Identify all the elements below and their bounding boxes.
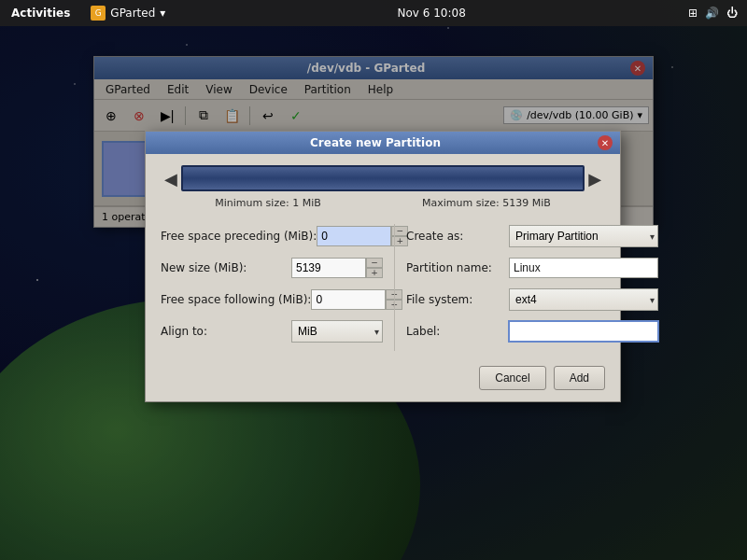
activities-button[interactable]: Activities — [0, 0, 81, 26]
dialog-buttons: Cancel Add — [146, 360, 620, 401]
taskbar-app-name: GParted — [110, 7, 155, 20]
create-as-select-wrap: Primary Partition Extended Partition Log… — [509, 225, 658, 247]
partition-bar-right-arrow[interactable]: ▶ — [588, 169, 601, 189]
dialog-close-button[interactable]: ✕ — [598, 135, 613, 150]
free-space-following-row: Free space following (MiB): − + — [161, 287, 383, 312]
label-label: Label: — [406, 325, 509, 338]
free-space-following-label: Free space following (MiB): — [161, 293, 311, 306]
partition-bar-left-arrow[interactable]: ◀ — [164, 169, 177, 189]
new-size-input[interactable] — [291, 258, 366, 278]
create-as-row: Create as: Primary Partition Extended Pa… — [406, 224, 658, 248]
create-as-select[interactable]: Primary Partition Extended Partition Log… — [509, 225, 658, 247]
size-info-row: Minimum size: 1 MiB Maximum size: 5139 M… — [146, 197, 620, 218]
add-button[interactable]: Add — [554, 366, 605, 390]
free-space-preceding-label: Free space preceding (MiB): — [161, 230, 317, 243]
align-to-label: Align to: — [161, 325, 291, 338]
new-size-row: New size (MiB): − + — [161, 256, 383, 280]
partition-name-input[interactable] — [509, 258, 658, 278]
file-system-select-wrap: ext4 ext3 ext2 fat32 ntfs ▾ — [509, 288, 658, 311]
align-select[interactable]: MiB Cylinder None — [291, 320, 383, 343]
volume-icon: 🔊 — [705, 7, 719, 20]
form-right-column: Create as: Primary Partition Extended Pa… — [394, 224, 658, 351]
dialog-titlebar: Create new Partition ✕ — [146, 132, 620, 154]
file-system-select[interactable]: ext4 ext3 ext2 fat32 ntfs — [509, 288, 658, 311]
form-left-column: Free space preceding (MiB): − + New size… — [161, 224, 394, 351]
taskbar-app-gparted[interactable]: G GParted ▾ — [81, 0, 175, 26]
partition-name-row: Partition name: — [406, 256, 658, 280]
align-select-wrap: MiB Cylinder None ▾ — [291, 320, 383, 343]
free-space-preceding-input[interactable] — [317, 226, 391, 246]
create-as-label: Create as: — [406, 230, 509, 243]
file-system-label: File system: — [406, 293, 509, 306]
file-system-row: File system: ext4 ext3 ext2 fat32 ntfs ▾ — [406, 287, 658, 312]
new-size-dec-btn[interactable]: − — [366, 258, 383, 268]
partition-bar-container: ◀ ▶ — [146, 154, 620, 197]
free-space-preceding-row: Free space preceding (MiB): − + — [161, 224, 383, 248]
gparted-app-icon: G — [91, 6, 106, 21]
label-row: Label: — [406, 319, 658, 343]
min-size-label: Minimum size: 1 MiB — [215, 197, 321, 209]
power-icon: ⏻ — [726, 7, 738, 20]
free-space-following-input[interactable] — [311, 289, 386, 310]
partition-bar-visual — [181, 165, 585, 191]
new-size-input-group: − + — [291, 258, 383, 278]
max-size-label: Maximum size: 5139 MiB — [422, 197, 551, 209]
cancel-button[interactable]: Cancel — [479, 366, 545, 390]
taskbar-datetime: Nov 6 10:08 — [398, 7, 466, 20]
new-size-label: New size (MiB): — [161, 261, 291, 274]
taskbar: Activities G GParted ▾ Nov 6 10:08 ⊞ 🔊 ⏻ — [0, 0, 747, 26]
label-input[interactable] — [509, 321, 658, 342]
dialog-form-body: Free space preceding (MiB): − + New size… — [146, 218, 620, 360]
dialog-title: Create new Partition — [153, 136, 598, 149]
partition-name-label: Partition name: — [406, 261, 509, 274]
network-icon: ⊞ — [688, 7, 698, 20]
create-partition-dialog: Create new Partition ✕ ◀ ▶ Minimum size:… — [145, 131, 621, 402]
free-space-following-input-group: − + — [311, 289, 402, 310]
taskbar-center: Nov 6 10:08 — [175, 7, 688, 20]
taskbar-right: ⊞ 🔊 ⏻ — [688, 7, 747, 20]
new-size-inc-btn[interactable]: + — [366, 268, 383, 278]
taskbar-app-chevron: ▾ — [160, 7, 165, 20]
align-to-row: Align to: MiB Cylinder None ▾ — [161, 319, 383, 343]
new-size-spinners: − + — [366, 258, 383, 278]
